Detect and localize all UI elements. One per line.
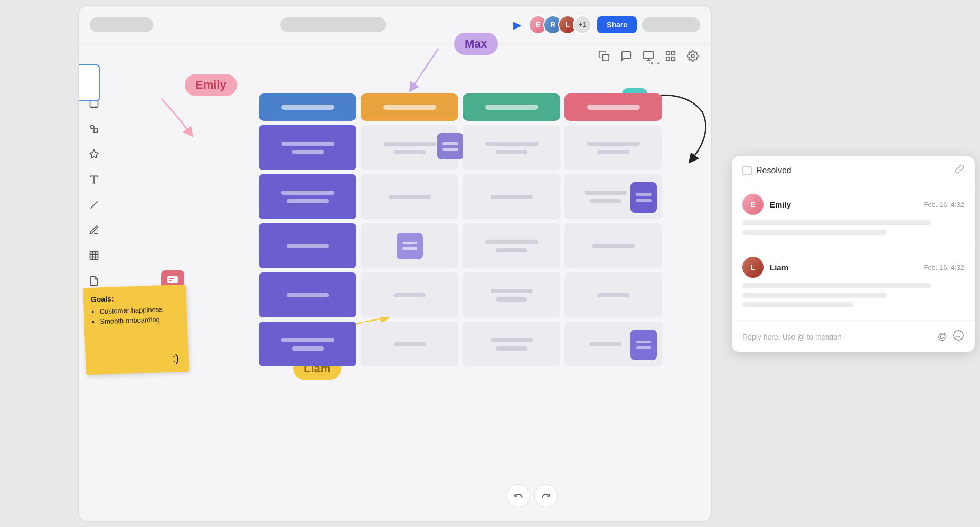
star-tool[interactable] bbox=[86, 146, 102, 163]
board-icon[interactable] bbox=[663, 49, 678, 63]
kanban-cell-1-1[interactable] bbox=[259, 125, 356, 170]
settings-icon[interactable] bbox=[685, 49, 700, 63]
comment-liam-line-2 bbox=[742, 293, 887, 298]
sticky-item-2: Smooth onboarding bbox=[100, 315, 180, 325]
cell-bar-medium bbox=[287, 244, 329, 248]
sticky-smiley: :) bbox=[172, 352, 179, 364]
text-tool[interactable] bbox=[86, 171, 102, 188]
kanban-cell-5-2[interactable] bbox=[361, 322, 458, 366]
mini-card-3[interactable] bbox=[397, 233, 423, 259]
cell-bar-medium bbox=[491, 195, 533, 199]
project-box[interactable]: Project bbox=[78, 64, 100, 101]
comment-liam-time: Feb. 16, 4:32 bbox=[924, 264, 964, 271]
comment-avatar-emily: E bbox=[742, 194, 764, 215]
kanban-cell-1-4[interactable] bbox=[564, 125, 662, 170]
comment-emily-line-1 bbox=[742, 220, 931, 225]
sticky-note: Goals: Customer happiness Smooth onboard… bbox=[83, 285, 189, 375]
kanban-cell-3-1[interactable] bbox=[259, 223, 356, 268]
cursor-tool-icon[interactable]: ▶ bbox=[513, 18, 521, 31]
pen-tool[interactable] bbox=[86, 222, 102, 239]
kanban-cell-2-4[interactable] bbox=[564, 174, 662, 219]
header-bar-blue bbox=[281, 105, 334, 110]
kanban-cell-5-4[interactable] bbox=[564, 322, 662, 366]
kanban-row-4 bbox=[259, 272, 676, 317]
kanban-headers bbox=[259, 93, 676, 121]
link-icon[interactable] bbox=[955, 164, 964, 176]
copy-icon[interactable] bbox=[597, 49, 611, 63]
cell-bar-short bbox=[394, 342, 426, 346]
kanban-header-red bbox=[564, 93, 662, 121]
header-bar-orange bbox=[383, 105, 436, 110]
cell-bar-short bbox=[496, 248, 527, 252]
mini-card-bar bbox=[636, 346, 651, 349]
resolved-checkbox-row[interactable]: Resolved bbox=[742, 166, 791, 175]
toolbar-right-pill bbox=[642, 17, 700, 32]
cell-bar-short bbox=[394, 293, 426, 297]
comment-emily-time: Feb. 16, 4:32 bbox=[924, 201, 964, 209]
cell-bar-short bbox=[394, 150, 426, 154]
redo-button[interactable] bbox=[534, 484, 558, 507]
svg-rect-0 bbox=[602, 54, 609, 61]
comment-emily-header: E Emily Feb. 16, 4:32 bbox=[742, 194, 964, 215]
kanban-board bbox=[259, 93, 676, 366]
svg-point-29 bbox=[954, 331, 963, 340]
comment-liam-line-1 bbox=[742, 283, 931, 288]
mini-card-5[interactable] bbox=[630, 330, 657, 360]
cell-bar-short bbox=[496, 150, 527, 154]
note-tool[interactable] bbox=[86, 272, 102, 289]
share-button[interactable]: Share bbox=[597, 16, 637, 33]
svg-rect-26 bbox=[167, 276, 178, 283]
resolved-checkbox[interactable] bbox=[742, 166, 752, 175]
kanban-cell-4-2[interactable] bbox=[361, 272, 458, 317]
line-tool[interactable] bbox=[86, 196, 102, 213]
undo-button[interactable] bbox=[507, 484, 530, 507]
kanban-cell-1-3[interactable] bbox=[463, 125, 560, 170]
cell-bar-short bbox=[590, 342, 621, 346]
shapes-tool[interactable] bbox=[86, 120, 102, 137]
present-icon[interactable]: BETA bbox=[641, 49, 656, 63]
cell-bar-medium bbox=[287, 293, 329, 297]
undo-redo-controls bbox=[507, 484, 558, 507]
kanban-cell-4-1[interactable] bbox=[259, 272, 356, 317]
kanban-cell-3-2[interactable] bbox=[361, 223, 458, 268]
emoji-button[interactable] bbox=[953, 330, 964, 344]
svg-point-12 bbox=[90, 125, 94, 129]
kanban-cell-4-4[interactable] bbox=[564, 272, 662, 317]
comment-emily-name: Emily bbox=[770, 200, 791, 209]
canvas-container: ▶ E R L +1 Share bbox=[78, 5, 712, 522]
cell-bar-short bbox=[598, 293, 629, 297]
cell-bar bbox=[485, 240, 538, 244]
comment-liam-header: L Liam Feb. 16, 4:32 bbox=[742, 257, 964, 278]
mini-card-2[interactable] bbox=[630, 182, 657, 213]
kanban-cell-3-4[interactable] bbox=[564, 223, 662, 268]
kanban-cell-5-1[interactable] bbox=[259, 322, 356, 366]
kanban-cell-2-3[interactable] bbox=[463, 174, 560, 219]
kanban-header-green bbox=[463, 93, 560, 121]
sticky-title: Goals: bbox=[91, 292, 179, 304]
kanban-cell-4-3[interactable] bbox=[463, 272, 560, 317]
svg-line-17 bbox=[90, 201, 97, 208]
comment-panel: Resolved E Emily Feb. 16, 4:32 L bbox=[732, 156, 975, 352]
svg-rect-13 bbox=[94, 129, 98, 133]
kanban-cell-2-1[interactable] bbox=[259, 174, 356, 219]
resolved-label: Resolved bbox=[756, 166, 791, 175]
header-bar-green bbox=[485, 105, 538, 110]
kanban-row-1 bbox=[259, 125, 676, 170]
comment-reply-area[interactable]: Reply here. Use @ to mention @ bbox=[732, 321, 975, 352]
mini-card-1[interactable] bbox=[437, 133, 464, 159]
kanban-cell-1-2[interactable] bbox=[361, 125, 458, 170]
toolbar-left-pill bbox=[90, 17, 153, 32]
comment-emily: E Emily Feb. 16, 4:32 bbox=[732, 185, 975, 248]
svg-rect-2 bbox=[666, 52, 670, 55]
cell-bar-medium bbox=[287, 199, 329, 203]
kanban-cell-3-3[interactable] bbox=[463, 223, 560, 268]
comment-emily-info: Emily Feb. 16, 4:32 bbox=[770, 200, 964, 209]
comment-avatar-liam: L bbox=[742, 257, 764, 278]
mention-button[interactable]: @ bbox=[938, 331, 947, 342]
toolbar-right: ▶ E R L +1 Share bbox=[513, 15, 700, 34]
kanban-cell-2-2[interactable] bbox=[361, 174, 458, 219]
table-tool[interactable] bbox=[86, 247, 102, 264]
comment-liam-name: Liam bbox=[770, 263, 788, 272]
comment-icon[interactable] bbox=[619, 49, 634, 63]
kanban-cell-5-3[interactable] bbox=[463, 322, 560, 366]
